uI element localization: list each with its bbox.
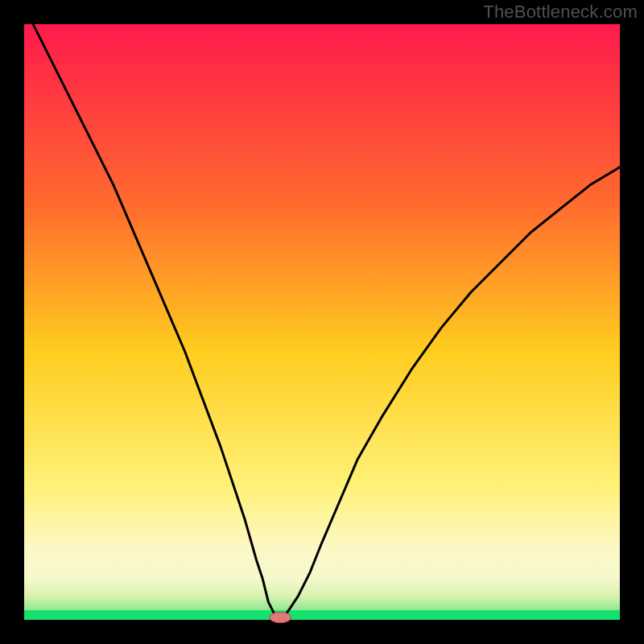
bottleneck-chart <box>0 0 644 644</box>
gradient-background <box>24 24 620 620</box>
watermark-text: TheBottleneck.com <box>483 2 638 23</box>
green-band <box>24 610 620 620</box>
chart-frame: TheBottleneck.com <box>0 0 644 644</box>
minimum-marker <box>270 612 291 622</box>
